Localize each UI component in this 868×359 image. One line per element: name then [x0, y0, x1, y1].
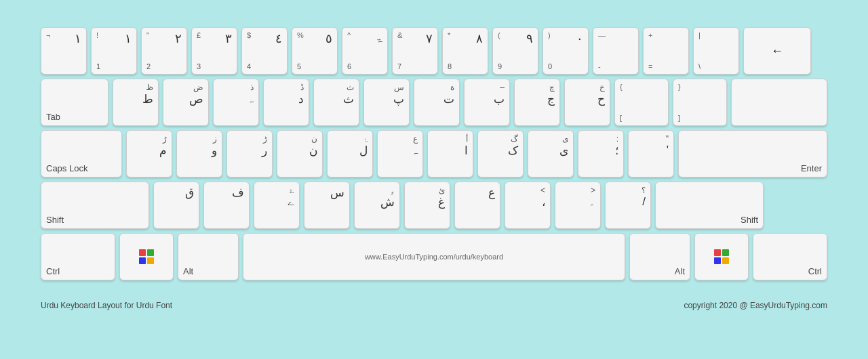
key-period[interactable]: >۔: [555, 182, 601, 229]
key-i[interactable]: –ب: [464, 79, 510, 126]
key-n[interactable]: ئغ: [404, 182, 450, 229]
key-alt-right[interactable]: Alt: [629, 233, 690, 280]
key-shift-left[interactable]: Shift: [41, 182, 149, 229]
key-r[interactable]: ڈد: [263, 79, 309, 126]
key-v[interactable]: س: [304, 182, 350, 229]
key-t[interactable]: ثث: [313, 79, 359, 126]
key-slash[interactable]: ؟/: [605, 182, 651, 229]
key-ctrl-left[interactable]: Ctrl: [41, 233, 115, 280]
key-z[interactable]: ق: [153, 182, 199, 229]
key-u[interactable]: ةت: [414, 79, 460, 126]
key-g[interactable]: ۂل: [327, 130, 373, 177]
key-3[interactable]: £ ٣ 3: [191, 27, 237, 75]
key-m[interactable]: ع: [454, 182, 500, 229]
key-2[interactable]: " ٢ 2: [141, 27, 187, 75]
key-0[interactable]: ) ۰ 0: [542, 27, 589, 75]
key-quote[interactable]: "': [628, 130, 674, 177]
key-win-right[interactable]: [694, 233, 749, 280]
key-alt-left[interactable]: Alt: [178, 233, 239, 280]
key-k[interactable]: گک: [477, 130, 524, 177]
copyright-text: copyright 2020 @ EasyUrduTyping.com: [684, 301, 827, 310]
row-numbers: ¬ ١ ! ١ 1 " ٢ 2 £ ٣ 3: [41, 27, 827, 75]
key-j[interactable]: أا: [427, 130, 473, 177]
key-backslash-top[interactable]: | \: [693, 27, 739, 75]
key-w[interactable]: ضص: [163, 79, 209, 126]
key-e[interactable]: ذہ: [213, 79, 259, 126]
windows-icon-right: [714, 249, 729, 264]
key-1[interactable]: ! ١ 1: [91, 27, 137, 75]
space-label: www.EasyUrduTyping.com/urdu/keyboard: [365, 253, 503, 261]
key-c[interactable]: ۓے: [254, 182, 300, 229]
key-y[interactable]: سپ: [363, 79, 410, 126]
key-5[interactable]: % ٥ 5: [292, 27, 338, 75]
key-8[interactable]: * ٨ 8: [442, 27, 488, 75]
key-7[interactable]: & ٧ 7: [392, 27, 438, 75]
key-minus[interactable]: — -: [593, 27, 639, 75]
key-bracket-close[interactable]: } ]: [673, 79, 727, 126]
footer: Urdu Keyboard Layout for Urdu Font copyr…: [0, 298, 868, 310]
key-enter[interactable]: Enter: [678, 130, 827, 177]
key-ctrl-right[interactable]: Ctrl: [753, 233, 827, 280]
windows-icon-left: [139, 249, 154, 264]
key-4[interactable]: $ ٤ 4: [241, 27, 288, 75]
key-semicolon[interactable]: :؛: [578, 130, 624, 177]
key-9[interactable]: ( ٩ 9: [492, 27, 538, 75]
key-caps-lock[interactable]: Caps Lock: [41, 130, 122, 177]
key-x[interactable]: ف: [203, 182, 250, 229]
key-l[interactable]: یی: [528, 130, 574, 177]
key-o[interactable]: چج: [514, 79, 560, 126]
key-6[interactable]: ^ ۃ 6: [342, 27, 388, 75]
row-shift: Shift ق ف ۓے س ۅش ئغ ع <،: [41, 182, 827, 229]
key-bracket-open[interactable]: { [: [614, 79, 669, 126]
key-backtick[interactable]: ¬ ١: [41, 27, 87, 75]
row-asdf: Caps Lock ڑم زو ڑر نن ۂل عہ أا گ: [41, 130, 827, 177]
key-b[interactable]: ۅش: [354, 182, 400, 229]
keyboard-title: Urdu Keyboard Layout for Urdu Font: [41, 301, 172, 310]
row-qwerty: Tab ظط ضص ذہ ڈد ثث سپ ةت –ب: [41, 79, 827, 126]
key-f[interactable]: نن: [277, 130, 323, 177]
key-shift-right[interactable]: Shift: [655, 182, 764, 229]
key-backspace[interactable]: ←: [743, 27, 811, 75]
key-d[interactable]: ڑر: [226, 130, 273, 177]
key-enter-top[interactable]: [731, 79, 827, 126]
key-a[interactable]: ڑم: [126, 130, 172, 177]
keyboard-container: ¬ ١ ! ١ 1 " ٢ 2 £ ٣ 3: [0, 0, 868, 298]
key-s[interactable]: زو: [176, 130, 222, 177]
key-win-left[interactable]: [119, 233, 174, 280]
key-equal[interactable]: + =: [643, 27, 689, 75]
row-bottom: Ctrl Alt www.EasyUrduTyping.com/urdu/key…: [41, 233, 827, 280]
key-comma[interactable]: <،: [505, 182, 551, 229]
key-p[interactable]: خح: [564, 79, 610, 126]
key-q[interactable]: ظط: [113, 79, 159, 126]
key-h[interactable]: عہ: [377, 130, 423, 177]
key-tab[interactable]: Tab: [41, 79, 108, 126]
key-space[interactable]: www.EasyUrduTyping.com/urdu/keyboard: [243, 233, 625, 280]
